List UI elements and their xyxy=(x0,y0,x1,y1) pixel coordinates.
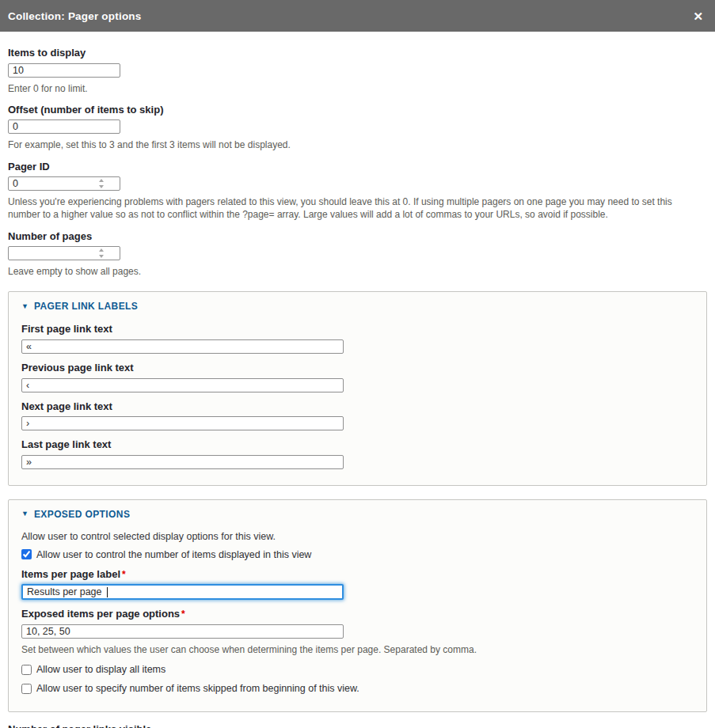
first-page-link-label: First page link text xyxy=(21,323,694,336)
required-marker: * xyxy=(122,569,126,580)
items-per-page-label-input[interactable] xyxy=(21,584,344,600)
next-page-link-label: Next page link text xyxy=(21,400,694,413)
pager-id-label: Pager ID xyxy=(8,161,707,173)
field-pager-links-visible: Number of pager links visible Specify th… xyxy=(8,723,707,728)
control-items-checkbox-label[interactable]: Allow user to control the number of item… xyxy=(36,549,311,560)
field-items-per-page-label: Items per page label* xyxy=(21,568,694,601)
required-marker: * xyxy=(181,609,185,620)
first-page-link-input[interactable] xyxy=(21,339,344,354)
field-last-page-link-text: Last page link text xyxy=(21,438,694,469)
offset-input[interactable] xyxy=(8,119,120,134)
dialog-title: Collection: Pager options xyxy=(8,10,142,22)
pager-id-description: Unless you're experiencing problems with… xyxy=(8,195,705,221)
pager-options-dialog: Collection: Pager options ✕ Items to dis… xyxy=(0,0,715,728)
exposed-options-description: Allow user to control selected display o… xyxy=(21,531,694,542)
field-previous-page-link-text: Previous page link text xyxy=(21,362,694,392)
exposed-options-fieldset: ▼ EXPOSED OPTIONS Allow user to control … xyxy=(8,499,707,712)
pager-id-input[interactable] xyxy=(8,176,120,191)
last-page-link-input[interactable] xyxy=(21,455,344,469)
exposed-items-options-label: Exposed items per page options* xyxy=(21,608,694,620)
items-to-display-input[interactable] xyxy=(8,63,120,78)
text-caret xyxy=(107,587,108,597)
control-items-checkbox[interactable] xyxy=(21,549,32,559)
items-to-display-description: Enter 0 for no limit. xyxy=(8,82,705,95)
dialog-content: Items to display Enter 0 for no limit. O… xyxy=(0,32,715,728)
exposed-items-options-description: Set between which values the user can ch… xyxy=(21,643,694,656)
field-items-to-display: Items to display Enter 0 for no limit. xyxy=(8,47,707,95)
field-exposed-items-options: Exposed items per page options* Set betw… xyxy=(21,608,694,656)
field-next-page-link-text: Next page link text xyxy=(21,400,694,431)
dialog-titlebar: Collection: Pager options ✕ xyxy=(0,0,715,32)
number-of-pages-input[interactable] xyxy=(8,246,120,260)
pager-link-labels-fieldset: ▼ PAGER LINK LABELS First page link text… xyxy=(8,291,707,485)
control-items-checkbox-row: Allow user to control the number of item… xyxy=(21,549,694,560)
pager-links-visible-label: Number of pager links visible xyxy=(8,723,707,728)
display-all-checkbox-row: Allow user to display all items xyxy=(21,664,694,675)
skip-items-checkbox-label[interactable]: Allow user to specify number of items sk… xyxy=(36,683,359,694)
number-of-pages-label: Number of pages xyxy=(8,230,707,243)
exposed-items-options-input[interactable] xyxy=(21,624,344,639)
last-page-link-label: Last page link text xyxy=(21,438,694,451)
offset-description: For example, set this to 3 and the first… xyxy=(8,138,705,151)
field-first-page-link-text: First page link text xyxy=(21,323,694,354)
items-per-page-label-label: Items per page label* xyxy=(21,568,694,581)
number-of-pages-description: Leave empty to show all pages. xyxy=(8,265,705,278)
skip-items-checkbox-row: Allow user to specify number of items sk… xyxy=(21,683,694,694)
exposed-options-legend[interactable]: ▼ EXPOSED OPTIONS xyxy=(21,509,694,520)
field-pager-id: Pager ID Unless you're experiencing prob… xyxy=(8,161,707,222)
next-page-link-input[interactable] xyxy=(21,416,344,430)
collapse-arrow-icon: ▼ xyxy=(21,303,29,310)
field-offset: Offset (number of items to skip) For exa… xyxy=(8,104,707,152)
display-all-checkbox[interactable] xyxy=(21,665,32,675)
collapse-arrow-icon: ▼ xyxy=(21,510,29,518)
previous-page-link-input[interactable] xyxy=(21,378,344,392)
previous-page-link-label: Previous page link text xyxy=(21,362,694,374)
exposed-options-legend-text: EXPOSED OPTIONS xyxy=(34,509,130,520)
offset-label: Offset (number of items to skip) xyxy=(8,104,707,116)
close-icon[interactable]: ✕ xyxy=(690,9,705,24)
items-to-display-label: Items to display xyxy=(8,47,707,59)
display-all-checkbox-label[interactable]: Allow user to display all items xyxy=(36,664,165,675)
skip-items-checkbox[interactable] xyxy=(21,684,32,694)
pager-link-labels-legend-text: PAGER LINK LABELS xyxy=(34,301,138,312)
pager-link-labels-legend[interactable]: ▼ PAGER LINK LABELS xyxy=(21,301,694,312)
field-number-of-pages: Number of pages Leave empty to show all … xyxy=(8,230,707,279)
